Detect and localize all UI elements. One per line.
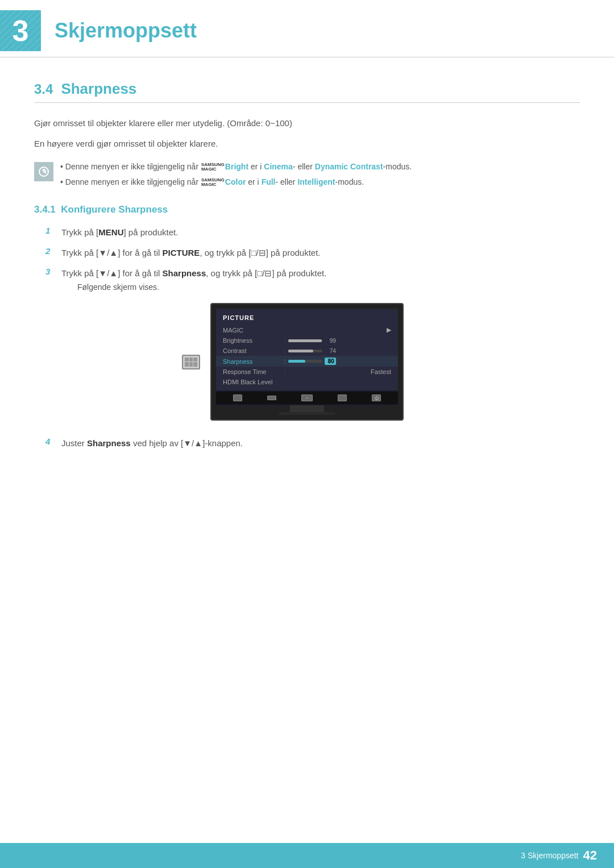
tv-icon-container: [182, 355, 200, 369]
screen-wrapper: PICTURE MAGIC ▶ Brightness :: [210, 303, 404, 421]
tv-cell: [185, 362, 189, 367]
contrast-bar-container: : 74: [284, 348, 336, 354]
tv-cell: [189, 358, 193, 362]
menu-item-response: Response Time : Fastest: [216, 367, 398, 377]
screen-menu: PICTURE MAGIC ▶ Brightness :: [216, 309, 398, 391]
brightness-bar-track: [288, 339, 322, 342]
brightness-colon: :: [284, 338, 286, 344]
menu-item-brightness: Brightness : 99: [216, 335, 398, 346]
steps-list: 1 Trykk på [MENU] på produktet. 2 Trykk …: [45, 226, 580, 292]
main-content: 3.4 Sharpness Gjør omrisset til objekter…: [0, 57, 614, 502]
menu-item-hdmi: HDMI Black Level: [216, 377, 398, 387]
chapter-header: 3 Skjermoppsett: [0, 0, 614, 57]
contrast-bar-track: [288, 350, 322, 352]
step-1: 1 Trykk på [MENU] på produktet.: [45, 226, 580, 239]
bottom-icon-5: ⏻: [372, 394, 381, 401]
brightness-bar-fill: [288, 339, 322, 342]
screen-stand: [290, 405, 324, 412]
bottom-icon-5-symbol: ⏻: [374, 396, 379, 401]
sharpness-bar-container: : 80: [284, 358, 336, 365]
sharpness-bar-track: [288, 360, 322, 363]
step-number-2: 2: [45, 246, 56, 256]
subsection-heading: 3.4.1 Konfigurere Sharpness: [34, 204, 580, 215]
step-number-1: 1: [45, 226, 56, 235]
bottom-icon-1: [233, 394, 242, 401]
description1: Gjør omrisset til objekter klarere eller…: [34, 117, 580, 130]
tv-icon: [182, 355, 200, 369]
screen-bottom-bar: + ⏻: [216, 392, 398, 404]
note-line-2: Denne menyen er ikke tilgjengelig når SA…: [60, 176, 412, 188]
step-4: 4 Juster Sharpness ved hjelp av [▼/▲]-kn…: [45, 437, 580, 450]
subsection-number: 3.4.1: [34, 204, 56, 215]
note-icon-inner: ✎: [39, 167, 49, 177]
contrast-bar-fill: [288, 350, 313, 352]
menu-label-hdmi: HDMI Black Level: [223, 379, 280, 385]
menu-label-magic: MAGIC: [223, 327, 280, 334]
tv-screen-grid: [185, 358, 197, 367]
section-title: Sharpness: [61, 80, 136, 98]
step-text-3-container: Trykk på [▼/▲] for å gå til Sharpness, o…: [61, 267, 326, 292]
bottom-icon-2: [267, 396, 276, 400]
samsung-magic-1: SAMSUNGMAGIC: [201, 163, 225, 172]
step-number-4: 4: [45, 437, 56, 446]
section-heading: 3.4 Sharpness: [34, 80, 580, 103]
sharpness-bar-fill: [288, 360, 305, 363]
chapter-title: Skjermoppsett: [55, 19, 197, 43]
step-text-4: Juster Sharpness ved hjelp av [▼/▲]-knap…: [61, 437, 243, 450]
sharpness-value: 80: [325, 358, 336, 365]
step-3: 3 Trykk på [▼/▲] for å gå til Sharpness,…: [45, 267, 580, 292]
note-lines: Denne menyen er ikke tilgjengelig når SA…: [60, 161, 412, 188]
step-text-2: Trykk på [▼/▲] for å gå til PICTURE, og …: [61, 246, 321, 260]
contrast-colon: :: [284, 348, 286, 354]
screen-menu-title: PICTURE: [216, 312, 398, 325]
footer-text: 3 Skjermoppsett: [521, 851, 578, 860]
tv-cell: [193, 362, 197, 367]
footer-page-number: 42: [583, 848, 597, 863]
menu-label-brightness: Brightness: [223, 337, 280, 344]
tv-cell: [189, 362, 193, 367]
menu-arrow-magic: ▶: [387, 326, 391, 334]
menu-label-sharpness: Sharpness: [223, 358, 280, 365]
note-line-1: Denne menyen er ikke tilgjengelig når SA…: [60, 161, 412, 173]
step-text-1: Trykk på [MENU] på produktet.: [61, 226, 178, 239]
step-2: 2 Trykk på [▼/▲] for å gå til PICTURE, o…: [45, 246, 580, 260]
response-value: Fastest: [371, 368, 391, 375]
menu-item-sharpness: Sharpness : 80: [216, 356, 398, 367]
step-text-3: Trykk på [▼/▲] for å gå til Sharpness, o…: [61, 268, 326, 278]
response-colon: :: [284, 369, 286, 375]
bottom-icon-3-symbol: +: [306, 396, 309, 401]
step-number-3: 3: [45, 267, 56, 276]
brightness-value: 99: [325, 338, 336, 344]
chapter-number-box: 3: [0, 10, 41, 51]
tv-cell: [193, 358, 197, 362]
bottom-icon-3: +: [301, 394, 313, 401]
bottom-icon-4: [338, 394, 347, 401]
screen-base: [279, 412, 335, 415]
chapter-number: 3: [13, 16, 29, 45]
samsung-magic-2: SAMSUNGMAGIC: [201, 178, 225, 187]
menu-item-magic: MAGIC ▶: [216, 325, 398, 335]
subsection-title: Konfigurere Sharpness: [61, 204, 168, 215]
menu-label-response: Response Time: [223, 368, 280, 375]
tv-cell: [185, 358, 189, 362]
note-box: ✎ Denne menyen er ikke tilgjengelig når …: [34, 161, 580, 188]
screen-container: PICTURE MAGIC ▶ Brightness :: [34, 303, 580, 421]
menu-item-contrast: Contrast : 74: [216, 346, 398, 356]
note-icon: ✎: [34, 162, 53, 181]
sharpness-colon: :: [284, 358, 286, 364]
screen-outer: PICTURE MAGIC ▶ Brightness :: [210, 303, 404, 421]
screen-inner: PICTURE MAGIC ▶ Brightness :: [216, 309, 398, 405]
brightness-bar-container: : 99: [284, 338, 336, 344]
contrast-value: 74: [325, 348, 336, 354]
menu-label-contrast: Contrast: [223, 347, 280, 354]
section-number: 3.4: [34, 81, 53, 97]
page-footer: 3 Skjermoppsett 42: [0, 843, 614, 868]
description2: En høyere verdi gjør omrisset til objekt…: [34, 137, 580, 151]
step-3-sub: Følgende skjerm vises.: [77, 283, 326, 292]
